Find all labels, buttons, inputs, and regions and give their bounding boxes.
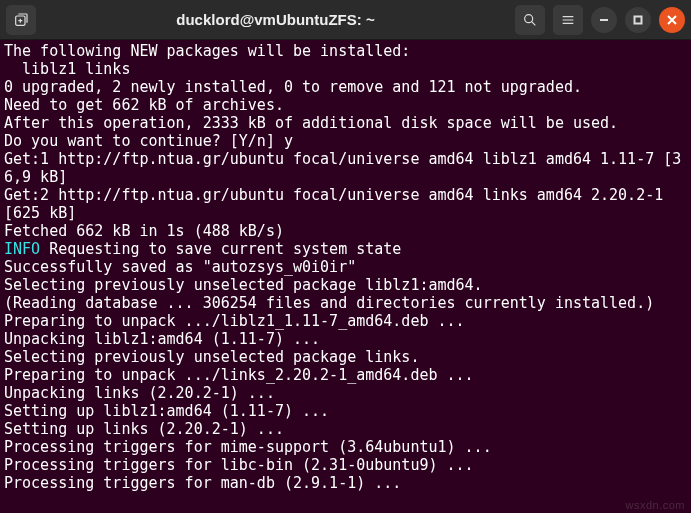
terminal-line: Processing triggers for man-db (2.9.1-1)… <box>4 474 687 492</box>
terminal-line: Get:1 http://ftp.ntua.gr/ubuntu focal/un… <box>4 150 687 186</box>
terminal-line: liblz1 links <box>4 60 687 78</box>
terminal-line: Do you want to continue? [Y/n] y <box>4 132 687 150</box>
close-icon <box>667 15 677 25</box>
terminal-line: Need to get 662 kB of archives. <box>4 96 687 114</box>
terminal-line: Processing triggers for libc-bin (2.31-0… <box>4 456 687 474</box>
search-icon <box>522 12 538 28</box>
terminal-line: Preparing to unpack .../links_2.20.2-1_a… <box>4 366 687 384</box>
hamburger-icon <box>560 12 576 28</box>
window-title: ducklord@vmUbuntuZFS: ~ <box>42 11 509 28</box>
minimize-icon <box>599 15 609 25</box>
terminal-line: (Reading database ... 306254 files and d… <box>4 294 687 312</box>
terminal-line: Preparing to unpack .../liblz1_1.11-7_am… <box>4 312 687 330</box>
terminal-line: Unpacking links (2.20.2-1) ... <box>4 384 687 402</box>
terminal-line: Processing triggers for mime-support (3.… <box>4 438 687 456</box>
titlebar: ducklord@vmUbuntuZFS: ~ <box>0 0 691 40</box>
terminal-line: After this operation, 2333 kB of additio… <box>4 114 687 132</box>
maximize-icon <box>633 15 643 25</box>
terminal-line: 0 upgraded, 2 newly installed, 0 to remo… <box>4 78 687 96</box>
svg-point-1 <box>525 14 533 22</box>
terminal-line: The following NEW packages will be insta… <box>4 42 687 60</box>
terminal-line: Successfully saved as "autozsys_w0i0ir" <box>4 258 687 276</box>
terminal-line: Unpacking liblz1:amd64 (1.11-7) ... <box>4 330 687 348</box>
terminal-line: Setting up liblz1:amd64 (1.11-7) ... <box>4 402 687 420</box>
terminal-line: Selecting previously unselected package … <box>4 276 687 294</box>
watermark: wsxdn.com <box>625 499 685 511</box>
search-button[interactable] <box>515 5 545 35</box>
terminal-line: Fetched 662 kB in 1s (488 kB/s) <box>4 222 687 240</box>
titlebar-right <box>515 5 685 35</box>
terminal-output[interactable]: The following NEW packages will be insta… <box>0 40 691 513</box>
maximize-button[interactable] <box>625 7 651 33</box>
minimize-button[interactable] <box>591 7 617 33</box>
terminal-line: INFO Requesting to save current system s… <box>4 240 687 258</box>
titlebar-left <box>6 5 36 35</box>
terminal-line: Setting up links (2.20.2-1) ... <box>4 420 687 438</box>
new-tab-button[interactable] <box>6 5 36 35</box>
svg-rect-2 <box>635 16 642 23</box>
new-tab-icon <box>13 12 29 28</box>
log-level-tag: INFO <box>4 240 40 258</box>
close-button[interactable] <box>659 7 685 33</box>
terminal-line: Selecting previously unselected package … <box>4 348 687 366</box>
menu-button[interactable] <box>553 5 583 35</box>
terminal-line: Get:2 http://ftp.ntua.gr/ubuntu focal/un… <box>4 186 687 222</box>
